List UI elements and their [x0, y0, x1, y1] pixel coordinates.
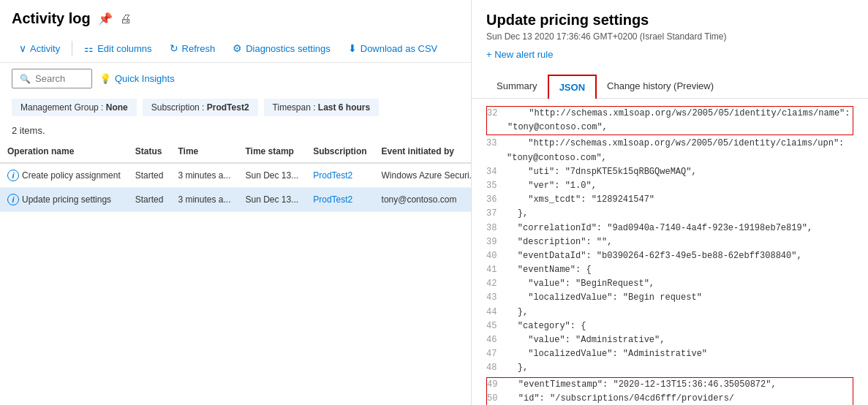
line-content: "tony@contoso.com",: [507, 151, 853, 165]
table-cell[interactable]: ProdTest2: [306, 163, 374, 188]
column-header: Operation name: [0, 140, 128, 163]
info-icon: i: [7, 170, 19, 181]
download-button[interactable]: ⬇ Download as CSV: [341, 39, 445, 58]
lightbulb-icon: 💡: [99, 73, 111, 84]
tab-summary[interactable]: Summary: [486, 75, 548, 99]
line-content: "eventName": {: [507, 263, 853, 277]
json-line: 40 "eventDataId": "b0390264-62f3-49e5-be…: [486, 249, 853, 263]
chevron-down-icon: ∨: [19, 42, 26, 54]
line-number: 46: [486, 333, 507, 347]
line-content: },: [507, 306, 853, 319]
table-row[interactable]: iUpdate pricing settingsStarted3 minutes…: [0, 188, 471, 212]
column-header: Event initiated by: [374, 140, 471, 163]
highlighted-json-block: 32 "http://schemas.xmlsoap.org/ws/2005/0…: [486, 106, 853, 135]
line-content: "ver": "1.0",: [507, 179, 853, 193]
tab-json[interactable]: JSON: [548, 75, 597, 99]
activity-table-wrapper: Operation nameStatusTimeTime stampSubscr…: [0, 140, 471, 405]
edit-columns-button[interactable]: ⚏ Edit columns: [77, 39, 159, 58]
gear-icon: ⚙: [233, 42, 242, 54]
quick-insights-button[interactable]: 💡 Quick Insights: [99, 73, 175, 84]
table-cell: iCreate policy assignment: [0, 163, 128, 188]
page-header: Activity log 📌 🖨: [0, 0, 471, 34]
json-line: 39 "description": "",: [486, 235, 853, 249]
table-cell: Started: [128, 188, 171, 212]
line-number: 40: [486, 249, 507, 263]
line-number: 50: [487, 392, 507, 405]
line-content: },: [507, 207, 853, 221]
line-content: },: [507, 361, 853, 375]
table-row[interactable]: iCreate policy assignmentStarted3 minute…: [0, 163, 471, 188]
tab-change-history-(preview)[interactable]: Change history (Preview): [597, 75, 724, 99]
json-line: "tony@contoso.com",: [486, 151, 853, 165]
line-content: "value": "Administrative",: [507, 333, 853, 347]
line-content: "eventDataId": "b0390264-62f3-49e5-be88-…: [507, 249, 853, 263]
line-number: 35: [486, 179, 507, 193]
line-content: "localizedValue": "Administrative": [507, 347, 853, 361]
line-number: [486, 151, 507, 165]
json-line: 41 "eventName": {: [486, 263, 853, 277]
line-content: "correlationId": "9ad0940a-7140-4a4f-923…: [507, 222, 853, 235]
json-line: 44 },: [486, 306, 853, 319]
line-content: "eventTimestamp": "2020-12-13T15:36:46.3…: [507, 378, 853, 392]
table-cell: Sun Dec 13...: [238, 188, 306, 212]
refresh-button[interactable]: ↻ Refresh: [162, 39, 223, 58]
column-header: Status: [128, 140, 171, 163]
filter-chip[interactable]: Subscription : ProdTest2: [143, 99, 258, 116]
filter-chip[interactable]: Management Group : None: [12, 99, 137, 116]
json-line: 33 "http://schemas.xmlsoap.org/ws/2005/0…: [486, 137, 853, 151]
new-alert-button[interactable]: + New alert rule: [486, 49, 553, 60]
tab-bar: SummaryJSONChange history (Preview): [472, 75, 868, 99]
json-line: 47 "localizedValue": "Administrative": [486, 347, 853, 361]
activity-button[interactable]: ∨ Activity: [12, 39, 67, 58]
highlighted-json-block: 49 "eventTimestamp": "2020-12-13T15:36:4…: [486, 377, 853, 405]
table-cell: 3 minutes a...: [170, 188, 238, 212]
line-number: 43: [486, 291, 507, 305]
json-line: 46 "value": "Administrative",: [486, 333, 853, 347]
toolbar: ∨ Activity ⚏ Edit columns ↻ Refresh ⚙ Di…: [0, 34, 471, 63]
line-number: 49: [487, 378, 507, 392]
filter-chip[interactable]: Timespan : Last 6 hours: [264, 99, 380, 116]
line-content: "tony@contoso.com",: [507, 121, 853, 135]
line-number: 36: [486, 193, 507, 207]
info-icon: i: [7, 194, 19, 205]
json-line: 43 "localizedValue": "Begin request": [486, 291, 853, 305]
pin-icon[interactable]: 📌: [98, 12, 113, 26]
table-cell: Started: [128, 163, 171, 188]
line-content: "category": {: [507, 319, 853, 333]
line-number: 38: [486, 222, 507, 235]
json-line: 42 "value": "BeginRequest",: [486, 277, 853, 291]
detail-header: Update pricing settings Sun Dec 13 2020 …: [472, 0, 868, 75]
download-icon: ⬇: [348, 42, 357, 54]
item-count: 2 items.: [0, 121, 471, 140]
line-content: "localizedValue": "Begin request": [507, 291, 853, 305]
line-number: 37: [486, 207, 507, 221]
activity-table: Operation nameStatusTimeTime stampSubscr…: [0, 140, 471, 212]
detail-title: Update pricing settings: [486, 12, 853, 29]
line-content: "http://schemas.xmlsoap.org/ws/2005/05/i…: [507, 137, 853, 151]
json-line: 37 },: [486, 207, 853, 221]
json-line: 36 "xms_tcdt": "1289241547": [486, 193, 853, 207]
table-cell[interactable]: ProdTest2: [306, 188, 374, 212]
line-number: 47: [486, 347, 507, 361]
search-bar: 🔍 💡 Quick Insights: [0, 63, 471, 94]
print-icon[interactable]: 🖨: [120, 12, 132, 26]
line-number: 45: [486, 319, 507, 333]
detail-subtitle: Sun Dec 13 2020 17:36:46 GMT+0200 (Israe…: [486, 31, 853, 42]
search-input[interactable]: [35, 73, 86, 84]
line-content: "http://schemas.xmlsoap.org/ws/2005/05/i…: [507, 107, 853, 121]
right-panel: Update pricing settings Sun Dec 13 2020 …: [472, 0, 868, 405]
line-content: "id": "/subscriptions/04cd6fff/providers…: [507, 392, 853, 405]
table-cell: tony@contoso.com: [374, 188, 471, 212]
line-content: "xms_tcdt": "1289241547": [507, 193, 853, 207]
search-icon: 🔍: [20, 74, 31, 84]
json-line: 35 "ver": "1.0",: [486, 179, 853, 193]
column-header: Time: [170, 140, 238, 163]
search-input-wrapper[interactable]: 🔍: [12, 69, 92, 88]
line-number: 33: [486, 137, 507, 151]
page-title: Activity log: [12, 10, 91, 27]
json-line: 50 "id": "/subscriptions/04cd6fff/provid…: [487, 392, 853, 405]
columns-icon: ⚏: [84, 42, 94, 54]
table-cell: iUpdate pricing settings: [0, 188, 128, 212]
diagnostics-button[interactable]: ⚙ Diagnostics settings: [225, 39, 338, 58]
refresh-icon: ↻: [170, 42, 178, 54]
